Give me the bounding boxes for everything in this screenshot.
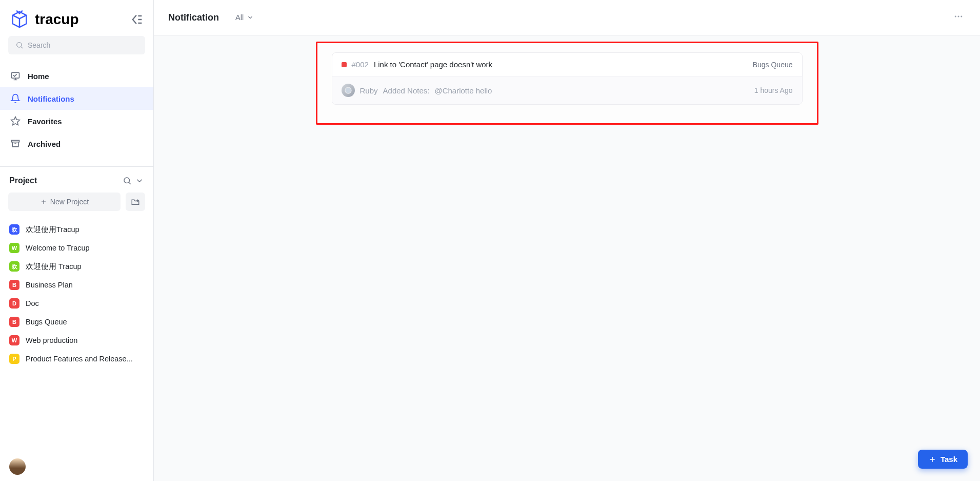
filter-dropdown[interactable]: All — [235, 13, 254, 22]
collapse-sidebar-button[interactable] — [130, 12, 144, 27]
svg-marker-2 — [11, 117, 20, 125]
project-section-title: Project — [9, 176, 37, 185]
queue-label: Bugs Queue — [753, 61, 793, 69]
nav-archived[interactable]: Archived — [0, 132, 153, 155]
issue-id: #002 — [352, 60, 369, 69]
nav-notifications-label: Notifications — [28, 94, 74, 103]
project-badge: 欢 — [9, 224, 19, 235]
search-projects-icon[interactable] — [123, 176, 132, 185]
new-project-button[interactable]: New Project — [8, 193, 121, 211]
project-badge: P — [9, 354, 19, 364]
project-item[interactable]: BBugs Queue — [0, 313, 153, 331]
actor-avatar — [342, 84, 355, 97]
main-area: Notification All #002 Link to 'Contact' … — [154, 0, 980, 481]
more-menu-button[interactable] — [951, 9, 966, 26]
project-item[interactable]: WWeb production — [0, 331, 153, 350]
project-list: 欢欢迎使用TracupWWelcome to Tracup欢欢迎使用 Tracu… — [0, 218, 153, 370]
project-name: Web production — [26, 336, 77, 344]
action-text: Added Notes: — [383, 86, 430, 95]
project-name: Business Plan — [26, 281, 73, 289]
chevron-down-icon[interactable] — [135, 176, 144, 185]
content-area: #002 Link to 'Contact' page doesn't work… — [154, 35, 980, 481]
new-project-label: New Project — [50, 198, 89, 206]
status-indicator — [342, 62, 347, 67]
nav-home[interactable]: Home — [0, 65, 153, 87]
actor-name: Ruby — [360, 86, 378, 95]
create-task-button[interactable]: Task — [918, 450, 968, 469]
project-item[interactable]: WWelcome to Tracup — [0, 239, 153, 257]
avatar-icon — [344, 86, 352, 94]
page-title: Notification — [168, 12, 219, 23]
folder-plus-icon — [131, 197, 140, 206]
archive-icon — [10, 139, 21, 149]
project-badge: D — [9, 298, 19, 309]
main-header: Notification All — [154, 0, 980, 35]
new-folder-button[interactable] — [126, 193, 145, 211]
nav-archived-label: Archived — [28, 140, 61, 148]
task-button-label: Task — [941, 455, 957, 464]
project-name: Product Features and Release... — [26, 355, 133, 363]
new-project-row: New Project — [0, 193, 153, 218]
project-section: Project New Project 欢欢迎使用TracupWWelcome … — [0, 166, 153, 370]
project-badge: W — [9, 335, 19, 345]
project-badge: B — [9, 280, 19, 290]
project-name: Welcome to Tracup — [26, 244, 90, 252]
project-header-actions — [123, 176, 144, 185]
project-badge: B — [9, 317, 19, 327]
svg-point-7 — [961, 16, 962, 17]
chevron-down-icon — [247, 14, 254, 21]
sidebar-footer — [0, 452, 153, 481]
svg-point-4 — [124, 178, 130, 183]
project-item[interactable]: 欢欢迎使用Tracup — [0, 220, 153, 239]
star-icon — [10, 116, 21, 126]
search-container: Search — [0, 36, 153, 62]
time-ago: 1 hours Ago — [754, 86, 793, 94]
logo-icon — [9, 9, 30, 30]
nav-favorites-label: Favorites — [28, 117, 62, 126]
sidebar-header: tracup — [0, 0, 153, 36]
brand-logo[interactable]: tracup — [9, 9, 79, 30]
nav-list: Home Notifications Favorites Archived — [0, 62, 153, 158]
project-name: Bugs Queue — [26, 318, 67, 326]
project-badge: 欢 — [9, 261, 19, 272]
svg-point-0 — [17, 43, 22, 47]
notification-card[interactable]: #002 Link to 'Contact' page doesn't work… — [332, 52, 803, 105]
plus-icon — [40, 198, 47, 205]
project-badge: W — [9, 243, 19, 253]
search-icon — [15, 41, 24, 49]
notification-header-row: #002 Link to 'Contact' page doesn't work… — [332, 53, 802, 76]
project-item[interactable]: PProduct Features and Release... — [0, 350, 153, 368]
search-placeholder: Search — [28, 41, 50, 49]
svg-rect-3 — [12, 140, 19, 142]
dots-icon — [953, 11, 964, 22]
nav-home-label: Home — [28, 72, 49, 81]
svg-point-5 — [955, 16, 956, 17]
svg-point-6 — [958, 16, 959, 17]
brand-text: tracup — [35, 11, 79, 28]
notification-detail-row: Ruby Added Notes: @Charlotte hello 1 hou… — [332, 76, 802, 104]
project-name: 欢迎使用Tracup — [26, 225, 79, 235]
user-avatar[interactable] — [9, 458, 26, 475]
search-input[interactable]: Search — [8, 36, 145, 54]
mention-text: @Charlotte hello — [434, 86, 492, 95]
monitor-icon — [10, 71, 21, 81]
highlight-annotation: #002 Link to 'Contact' page doesn't work… — [316, 42, 818, 125]
project-name: 欢迎使用 Tracup — [26, 262, 82, 272]
nav-favorites[interactable]: Favorites — [0, 110, 153, 132]
filter-label: All — [235, 13, 244, 22]
bell-icon — [10, 93, 21, 104]
sidebar: tracup Search Home Notifications Favorit… — [0, 0, 154, 481]
nav-notifications[interactable]: Notifications — [0, 87, 153, 110]
issue-title: Link to 'Contact' page doesn't work — [374, 60, 492, 69]
project-header: Project — [0, 167, 153, 193]
project-item[interactable]: DDoc — [0, 294, 153, 313]
project-item[interactable]: BBusiness Plan — [0, 276, 153, 294]
plus-icon — [928, 455, 936, 464]
project-name: Doc — [26, 299, 39, 307]
project-item[interactable]: 欢欢迎使用 Tracup — [0, 257, 153, 276]
